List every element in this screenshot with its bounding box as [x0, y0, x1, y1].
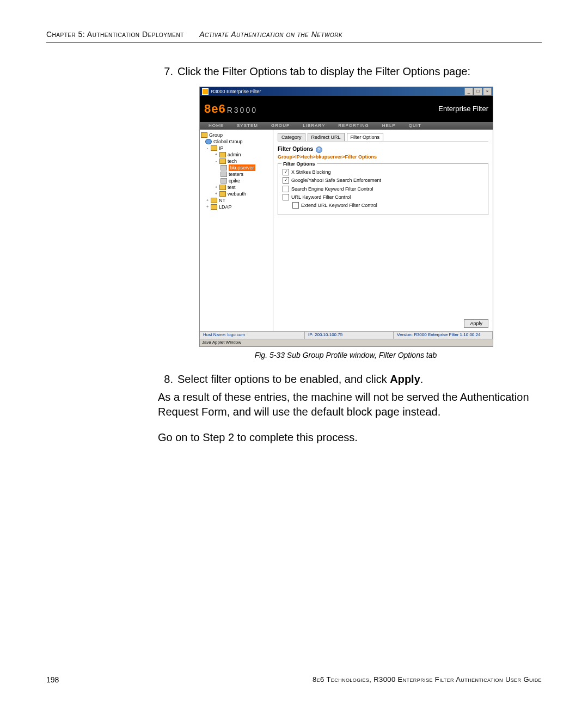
tree-panel: Group Global Group-IP+admin-techbkupserv… [200, 130, 273, 331]
menu-item-group[interactable]: GROUP [265, 123, 296, 129]
page-header: Chapter 5: Authentication Deployment Act… [46, 30, 542, 42]
step-7-number: 7. [158, 64, 177, 79]
app-icon [202, 88, 209, 95]
tree-item-label: admin [228, 151, 241, 158]
tab-category[interactable]: Category [278, 133, 305, 141]
step-7: 7. Click the Filter Options tab to displ… [158, 64, 534, 79]
figure-5-33: R3000 Enterprise Filter _ □ × 8e6 R3000 … [199, 87, 492, 360]
tree-item-label: tech [228, 158, 237, 164]
tree-item-bkupserver[interactable]: bkupserver [201, 164, 272, 171]
close-button[interactable]: × [483, 88, 492, 95]
tree-item-admin[interactable]: +admin [201, 151, 272, 158]
app-window: R3000 Enterprise Filter _ □ × 8e6 R3000 … [199, 87, 493, 347]
tabs: CategoryRedirect URLFilter Options [278, 133, 488, 141]
tree-item-label: cpike [229, 178, 240, 184]
tree-item-test[interactable]: +test [201, 184, 272, 191]
checkbox-label: Google/Yahoo! Safe Search Enforcement [291, 177, 381, 184]
paragraph-next: Go on to Step 2 to complete this process… [158, 430, 534, 445]
checkbox-row: URL Keyword Filter Control [283, 194, 483, 200]
help-icon[interactable]: ? [316, 147, 322, 153]
group-icon [201, 132, 207, 138]
figure-caption: Fig. 5-33 Sub Group Profile window, Filt… [199, 350, 492, 361]
checkbox-row: Search Engine Keyword Filter Control [283, 186, 483, 192]
menu-item-help[interactable]: HELP [376, 123, 402, 129]
tab-redirect-url[interactable]: Redirect URL [308, 133, 345, 141]
tree-item-label: NT [219, 197, 225, 204]
status-host: Host Name: logo.com [200, 332, 305, 339]
folder-icon [219, 185, 226, 190]
header-section: Activate Authentication on the Network [199, 30, 342, 39]
tree-toggle-icon[interactable]: + [214, 185, 218, 191]
tree-item-label: LDAP [219, 204, 232, 210]
tree-item-tech[interactable]: -tech [201, 158, 272, 164]
tree-item-ldap[interactable]: +LDAP [201, 204, 272, 210]
tree-toggle-icon[interactable]: + [214, 152, 218, 158]
tree-item-global-group[interactable]: Global Group [201, 138, 272, 145]
menu-item-home[interactable]: HOME [202, 123, 230, 129]
titlebar: R3000 Enterprise Filter _ □ × [200, 87, 493, 96]
checkbox[interactable]: ✓ [283, 177, 289, 184]
footer-guide: 8e6 Technologies, R3000 Enterprise Filte… [313, 675, 542, 684]
tree-item-label: testers [229, 171, 243, 178]
menu-item-reporting[interactable]: REPORTING [332, 123, 375, 129]
tree-toggle-icon[interactable]: + [214, 191, 218, 197]
checkbox[interactable] [283, 186, 289, 192]
panel-heading: Filter Options [278, 146, 313, 152]
brand-bar: 8e6 R3000 Enterprise Filter [200, 96, 493, 122]
tree-toggle-icon[interactable]: - [214, 158, 218, 164]
step-8-suffix: . [420, 373, 424, 385]
tree-toggle-icon[interactable]: - [205, 145, 210, 151]
checkbox[interactable] [292, 202, 299, 209]
tree-root[interactable]: Group [201, 132, 272, 138]
step-8-bold: Apply [390, 373, 420, 385]
tree-toggle-icon[interactable]: + [205, 204, 210, 210]
menu-item-system[interactable]: SYSTEM [230, 123, 265, 129]
fieldset-legend: Filter Options [281, 161, 317, 167]
apply-button[interactable]: Apply [464, 319, 488, 328]
checkbox[interactable]: ✓ [283, 169, 289, 175]
status-bar: Host Name: logo.com IP: 200.10.100.75 Ve… [200, 331, 493, 339]
tree-item-label: bkupserver [229, 164, 255, 171]
tree-item-testers[interactable]: testers [201, 171, 272, 178]
header-chapter: Chapter 5: Authentication Deployment [46, 30, 184, 39]
page-number: 198 [46, 675, 59, 684]
globe-icon [205, 139, 212, 144]
folder-icon [219, 158, 226, 164]
folder-icon [219, 191, 226, 197]
pc-icon [220, 178, 227, 184]
tree-item-label: Global Group [213, 138, 243, 145]
checkbox-row: ✓Google/Yahoo! Safe Search Enforcement [283, 177, 483, 184]
status-version: Version: R3000 Enterprise Filter 1.10.00… [394, 332, 493, 339]
tree-item-nt[interactable]: +NT [201, 197, 272, 204]
page-footer: 198 8e6 Technologies, R3000 Enterprise F… [46, 675, 542, 684]
menu-bar: HOMESYSTEMGROUPLIBRARYREPORTINGHELPQUIT [200, 122, 493, 130]
tree-item-label: webauth [228, 191, 246, 197]
pc-icon [220, 165, 227, 170]
applet-line: Java Applet Window [200, 339, 493, 346]
maximize-button[interactable]: □ [474, 88, 482, 95]
minimize-button[interactable]: _ [464, 88, 473, 95]
tree-item-label: test [228, 184, 236, 191]
folder-icon [211, 204, 217, 210]
step-8-number: 8. [158, 372, 177, 387]
checkbox-row: Extend URL Keyword Filter Control [292, 202, 483, 209]
checkbox[interactable] [283, 194, 289, 200]
brand-logo-8e6: 8e6 [204, 101, 226, 117]
tree-item-webauth[interactable]: +webauth [201, 191, 272, 197]
breadcrumb: Group>IP>tech>bkupserver>Filter Options [278, 154, 488, 160]
tree-item-ip[interactable]: -IP [201, 145, 272, 151]
window-title: R3000 Enterprise Filter [211, 88, 261, 95]
tree-root-label: Group [209, 132, 223, 138]
brand-product: Enterprise Filter [438, 104, 488, 114]
pc-icon [220, 172, 227, 177]
brand-logo-r3000: R3000 [227, 105, 258, 115]
tree-toggle-icon[interactable]: + [205, 198, 210, 204]
checkbox-label: URL Keyword Filter Control [291, 194, 351, 200]
tab-filter-options[interactable]: Filter Options [347, 133, 384, 141]
main-panel: CategoryRedirect URLFilter Options Filte… [273, 130, 493, 331]
menu-item-library[interactable]: LIBRARY [296, 123, 332, 129]
tree-item-cpike[interactable]: cpike [201, 178, 272, 184]
menu-item-quit[interactable]: QUIT [402, 123, 428, 129]
step-8-text: Select filter options to be enabled, and… [177, 372, 534, 387]
step-8: 8. Select filter options to be enabled, … [158, 372, 534, 387]
